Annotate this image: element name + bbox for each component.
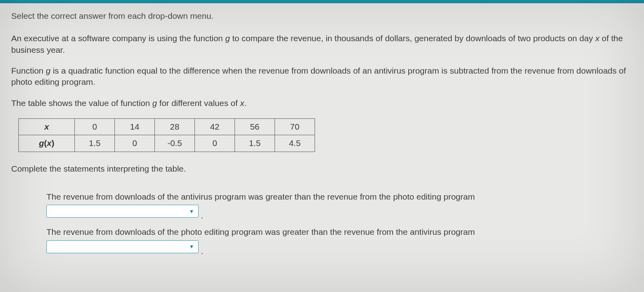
context-paragraph-3: The table shows the value of function g … <box>11 98 633 109</box>
cell: 0 <box>195 135 235 152</box>
cell: 56 <box>235 119 275 135</box>
text: Function <box>11 66 46 75</box>
table-row: g(x) 1.5 0 -0.5 0 1.5 4.5 <box>19 135 315 152</box>
statement-1: The revenue from downloads of the antivi… <box>46 191 633 202</box>
context-paragraph-2: Function g is a quadratic function equal… <box>11 65 633 88</box>
context-paragraph-1: An executive at a software company is us… <box>11 33 633 56</box>
cell: -0.5 <box>155 135 195 152</box>
row-header-x: x <box>19 119 75 135</box>
dropdown-row-2: ▼ . <box>46 240 633 262</box>
row-header-gx: g(x) <box>19 135 75 152</box>
label: ( <box>44 138 47 148</box>
complete-instruction: Complete the statements interpreting the… <box>11 163 633 174</box>
cell: 4.5 <box>275 135 315 152</box>
label: x <box>44 122 49 131</box>
var-g: g <box>152 98 157 108</box>
cell: 70 <box>275 119 315 135</box>
table-row: x 0 14 28 42 56 70 <box>19 119 315 135</box>
chevron-down-icon: ▼ <box>189 243 194 250</box>
answer-dropdown-1[interactable]: ▼ <box>46 205 199 218</box>
text: to compare the revenue, in thousands of … <box>230 34 595 43</box>
label: g <box>39 138 44 148</box>
instruction-text: Select the correct answer from each drop… <box>11 10 633 22</box>
text: . <box>244 98 247 108</box>
window-top-bar <box>0 0 644 3</box>
cell: 1.5 <box>75 135 115 152</box>
cell: 1.5 <box>235 135 275 152</box>
label: ) <box>52 138 54 148</box>
chevron-down-icon: ▼ <box>189 208 194 215</box>
var-g: g <box>225 34 230 43</box>
cell: 0 <box>75 119 115 135</box>
var-g: g <box>46 66 50 75</box>
function-table: x 0 14 28 42 56 70 g(x) 1.5 0 -0.5 0 1.5… <box>18 118 315 152</box>
statement-2: The revenue from downloads of the photo … <box>46 226 633 238</box>
cell: 28 <box>155 119 195 135</box>
cell: 42 <box>195 119 235 135</box>
period: . <box>201 210 203 221</box>
label: x <box>47 138 52 148</box>
text: for different values of <box>157 98 240 108</box>
text: is a quadratic function equal to the dif… <box>11 66 626 86</box>
dropdown-row-1: ▼ . <box>46 205 633 226</box>
answer-dropdown-2[interactable]: ▼ <box>46 240 199 253</box>
question-content: Select the correct answer from each drop… <box>0 3 644 262</box>
cell: 0 <box>115 135 155 152</box>
var-x: x <box>595 34 600 43</box>
cell: 14 <box>115 119 155 135</box>
statements-block: The revenue from downloads of the antivi… <box>11 184 633 262</box>
text: The table shows the value of function <box>11 98 152 108</box>
period: . <box>201 246 203 257</box>
text: An executive at a software company is us… <box>11 34 225 43</box>
var-x: x <box>240 98 245 108</box>
